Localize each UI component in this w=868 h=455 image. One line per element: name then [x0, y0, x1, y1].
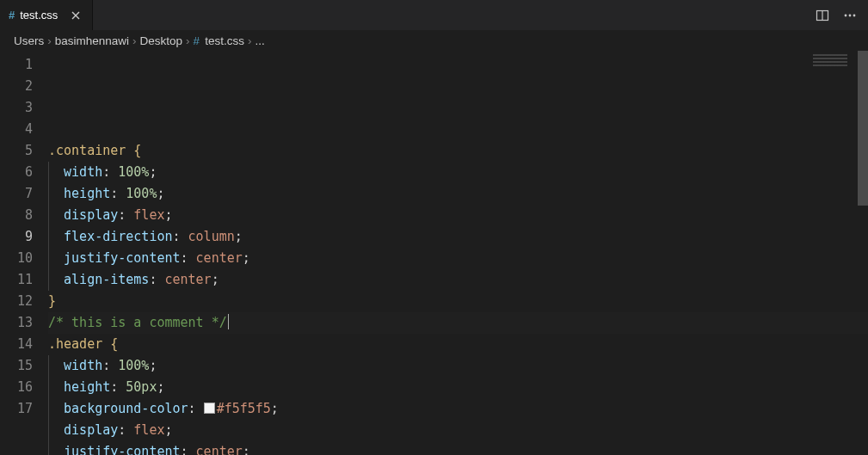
- code-line[interactable]: /* this is a comment */: [48, 312, 868, 334]
- split-editor-icon[interactable]: [815, 8, 830, 23]
- chevron-right-icon: ›: [132, 34, 137, 47]
- code-token: justify-content: [64, 444, 180, 455]
- code-line[interactable]: flex-direction: column;: [48, 226, 868, 248]
- code-token: height: [64, 379, 110, 395]
- code-token: 50px: [126, 379, 157, 395]
- line-number: 10: [0, 248, 48, 269]
- editor-actions: [804, 0, 868, 30]
- code-token: width: [64, 358, 102, 373]
- code-token: :: [188, 401, 204, 416]
- line-number: 16: [0, 377, 48, 398]
- code-token: flex: [133, 207, 164, 223]
- tab-bar: # test.css: [0, 0, 868, 30]
- code-line[interactable]: display: flex;: [48, 205, 868, 226]
- code-line[interactable]: height: 50px;: [48, 377, 868, 398]
- line-number: 2: [0, 76, 48, 97]
- code-line[interactable]: align-items: center;: [48, 269, 868, 291]
- code-token: :: [118, 207, 133, 223]
- line-number: 14: [0, 334, 48, 355]
- breadcrumb-file[interactable]: test.css: [205, 34, 244, 47]
- code-token: height: [64, 186, 110, 201]
- line-number: 4: [0, 119, 48, 140]
- code-token: ;: [212, 272, 219, 287]
- tab-test-css[interactable]: # test.css: [0, 0, 93, 30]
- code-token: :: [110, 379, 126, 395]
- line-number: 6: [0, 162, 48, 183]
- line-number: 5: [0, 140, 48, 162]
- code-token: ;: [243, 444, 250, 455]
- code-line[interactable]: justify-content: center;: [48, 248, 868, 269]
- code-token: .container: [48, 143, 133, 158]
- code-line[interactable]: background-color: #f5f5f5;: [48, 398, 868, 420]
- code-token: center: [164, 272, 211, 287]
- line-number: 13: [0, 312, 48, 334]
- svg-point-2: [845, 14, 847, 16]
- tabs-group: # test.css: [0, 0, 93, 30]
- code-line[interactable]: height: 100%;: [48, 183, 868, 205]
- breadcrumb-segment[interactable]: basimhennawi: [55, 34, 129, 47]
- code-token: {: [110, 336, 118, 352]
- close-icon[interactable]: [68, 8, 83, 23]
- code-token: /* this is a comment */: [48, 315, 227, 330]
- breadcrumb-segment[interactable]: Users: [14, 34, 44, 47]
- code-token: ;: [149, 164, 157, 180]
- code-token: flex-direction: [64, 229, 172, 244]
- code-line[interactable]: .container {: [48, 140, 868, 162]
- code-token: ;: [164, 422, 172, 438]
- more-actions-icon[interactable]: [842, 8, 858, 23]
- tab-label: test.css: [20, 9, 58, 22]
- code-line[interactable]: display: flex;: [48, 420, 868, 441]
- color-swatch-icon[interactable]: [204, 403, 215, 414]
- chevron-right-icon: ›: [47, 34, 52, 47]
- code-token: }: [48, 293, 56, 309]
- breadcrumb-trailing[interactable]: ...: [255, 34, 264, 47]
- code-token: :: [102, 358, 118, 373]
- minimap[interactable]: [806, 54, 858, 97]
- css-file-icon: #: [194, 34, 200, 47]
- line-number: 12: [0, 291, 48, 312]
- line-number: 17: [0, 398, 48, 420]
- code-token: ;: [149, 358, 157, 373]
- code-token: :: [181, 444, 196, 455]
- breadcrumb[interactable]: Users › basimhennawi › Desktop › # test.…: [0, 30, 868, 51]
- code-token: background-color: [64, 401, 188, 416]
- code-line[interactable]: justify-content: center;: [48, 441, 868, 455]
- chevron-right-icon: ›: [186, 34, 190, 47]
- code-token: display: [64, 422, 118, 438]
- code-token: ;: [243, 250, 250, 266]
- code-token: :: [173, 229, 188, 244]
- code-line[interactable]: width: 100%;: [48, 162, 868, 183]
- line-number: 3: [0, 97, 48, 119]
- code-token: :: [118, 422, 133, 438]
- svg-point-4: [853, 14, 856, 16]
- line-number: 11: [0, 269, 48, 291]
- code-line[interactable]: width: 100%;: [48, 355, 868, 377]
- code-line[interactable]: .header {: [48, 334, 868, 355]
- code-token: align-items: [64, 272, 149, 287]
- code-token: {: [133, 143, 141, 158]
- code-token: :: [110, 186, 126, 201]
- text-cursor: [228, 314, 229, 329]
- code-token: :: [149, 272, 164, 287]
- code-token: center: [196, 444, 243, 455]
- svg-point-3: [849, 14, 852, 16]
- code-token: flex: [133, 422, 164, 438]
- line-number: 9: [0, 226, 48, 248]
- code-token: ;: [157, 186, 164, 201]
- code-token: 100%: [118, 358, 149, 373]
- code-token: #f5f5f5: [217, 401, 271, 416]
- code-token: center: [196, 250, 243, 266]
- code-token: display: [64, 207, 118, 223]
- breadcrumb-segment[interactable]: Desktop: [140, 34, 183, 47]
- code-token: ;: [164, 207, 172, 223]
- code-token: justify-content: [64, 250, 180, 266]
- code-token: :: [102, 164, 118, 180]
- code-line[interactable]: }: [48, 291, 868, 312]
- code-token: ;: [271, 401, 279, 416]
- css-file-icon: #: [9, 9, 15, 22]
- editor[interactable]: 1234567891011121314151617 .container { w…: [0, 51, 868, 455]
- code-area[interactable]: .container { width: 100%; height: 100%; …: [48, 51, 868, 455]
- code-token: :: [181, 250, 196, 266]
- line-number-gutter: 1234567891011121314151617: [0, 51, 48, 455]
- code-token: 100%: [118, 164, 149, 180]
